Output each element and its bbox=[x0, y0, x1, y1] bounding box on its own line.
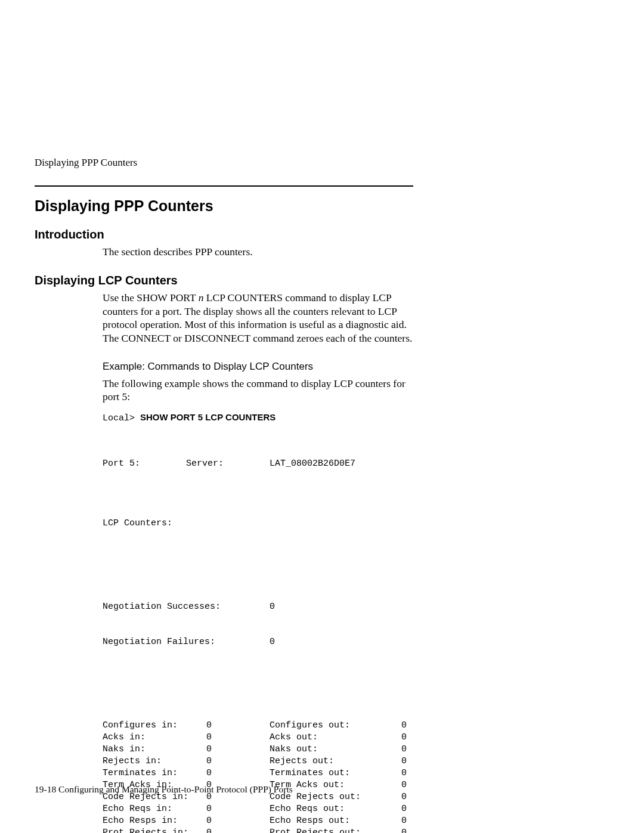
lcp-paragraph: Use the SHOW PORT n LCP COUNTERS command… bbox=[103, 291, 413, 345]
counter-out-value: 0 bbox=[389, 767, 407, 779]
command-line: Local> SHOW PORT 5 LCP COUNTERS bbox=[103, 411, 413, 425]
neg-fail-row: Negotiation Failures: 0 bbox=[103, 636, 413, 648]
negotiation-block: Negotiation Successes: 0 Negotiation Fai… bbox=[103, 577, 413, 673]
lcp-heading: Displaying LCP Counters bbox=[35, 274, 413, 287]
server-value: LAT_08002B26D0E7 bbox=[270, 458, 355, 470]
counter-out-value: 0 bbox=[389, 755, 407, 767]
counter-in-value: 0 bbox=[206, 720, 270, 732]
counter-in-value: 0 bbox=[206, 767, 270, 779]
prompt: Local> bbox=[103, 413, 140, 423]
counter-in-value: 0 bbox=[206, 744, 270, 755]
counter-in-label: Configures in: bbox=[103, 720, 206, 732]
counter-row: Acks in:0Acks out:0 bbox=[103, 732, 413, 744]
counter-in-label: Rejects in: bbox=[103, 755, 206, 767]
lcp-para-before: Use the SHOW PORT bbox=[103, 292, 199, 304]
counter-out-label: Terminates out: bbox=[270, 767, 389, 779]
port-label: Port 5: bbox=[103, 458, 186, 470]
counter-row: Prot Rejects in:0Prot Rejects out:0 bbox=[103, 827, 413, 833]
counter-in-label: Echo Resps in: bbox=[103, 815, 206, 827]
counter-row: Terminates in:0Terminates out:0 bbox=[103, 767, 413, 779]
counter-in-value: 0 bbox=[206, 732, 270, 744]
counter-table: Configures in:0Configures out:0Acks in:0… bbox=[103, 720, 413, 833]
counter-out-label: Rejects out: bbox=[270, 755, 389, 767]
neg-success-val: 0 bbox=[270, 601, 275, 613]
counter-in-label: Echo Reqs in: bbox=[103, 803, 206, 815]
counter-in-value: 0 bbox=[206, 827, 270, 833]
counter-in-label: Acks in: bbox=[103, 732, 206, 744]
terminal-output: Port 5: Server: LAT_08002B26D0E7 LCP Cou… bbox=[103, 434, 413, 833]
port-server-row: Port 5: Server: LAT_08002B26D0E7 bbox=[103, 458, 413, 470]
intro-heading: Introduction bbox=[35, 228, 413, 241]
counter-in-value: 0 bbox=[206, 815, 270, 827]
counter-out-value: 0 bbox=[389, 732, 407, 744]
intro-text: The section describes PPP counters. bbox=[103, 245, 413, 258]
counter-out-label: Echo Reqs out: bbox=[270, 803, 389, 815]
counter-row: Echo Resps in:0Echo Resps out:0 bbox=[103, 815, 413, 827]
page-footer: 19-18 Configuring and Managing Point-to-… bbox=[35, 784, 293, 795]
counter-out-label: Naks out: bbox=[270, 744, 389, 755]
counter-in-value: 0 bbox=[206, 803, 270, 815]
counter-out-label: Prot Rejects out: bbox=[270, 827, 389, 833]
running-header: Displaying PPP Counters bbox=[35, 157, 413, 169]
counter-in-label: Prot Rejects in: bbox=[103, 827, 206, 833]
page-content: Displaying PPP Counters Displaying PPP C… bbox=[0, 0, 644, 833]
counter-row: Configures in:0Configures out:0 bbox=[103, 720, 413, 732]
example-heading: Example: Commands to Display LCP Counter… bbox=[103, 360, 413, 373]
counter-in-label: Terminates in: bbox=[103, 767, 206, 779]
neg-success-label: Negotiation Successes: bbox=[103, 601, 270, 613]
section-rule bbox=[35, 185, 413, 187]
command-text: SHOW PORT 5 LCP COUNTERS bbox=[140, 412, 275, 422]
counter-row: Rejects in:0Rejects out:0 bbox=[103, 755, 413, 767]
counter-out-value: 0 bbox=[389, 720, 407, 732]
counter-in-value: 0 bbox=[206, 755, 270, 767]
page-title: Displaying PPP Counters bbox=[35, 197, 413, 215]
counter-out-label: Echo Resps out: bbox=[270, 815, 389, 827]
counter-row: Naks in:0Naks out:0 bbox=[103, 744, 413, 755]
counter-out-value: 0 bbox=[389, 779, 407, 791]
counter-in-label: Naks in: bbox=[103, 744, 206, 755]
counter-out-label: Configures out: bbox=[270, 720, 389, 732]
counter-out-value: 0 bbox=[389, 791, 407, 803]
example-intro: The following example shows the command … bbox=[103, 377, 413, 404]
neg-fail-val: 0 bbox=[270, 636, 275, 648]
neg-success-row: Negotiation Successes: 0 bbox=[103, 601, 413, 613]
counter-out-value: 0 bbox=[389, 827, 407, 833]
counter-out-value: 0 bbox=[389, 815, 407, 827]
server-label: Server: bbox=[186, 458, 270, 470]
counter-out-value: 0 bbox=[389, 744, 407, 755]
counter-out-value: 0 bbox=[389, 803, 407, 815]
counter-row: Echo Reqs in:0Echo Reqs out:0 bbox=[103, 803, 413, 815]
counter-out-label: Acks out: bbox=[270, 732, 389, 744]
neg-fail-label: Negotiation Failures: bbox=[103, 636, 270, 648]
lcp-counters-label: LCP Counters: bbox=[103, 518, 413, 529]
